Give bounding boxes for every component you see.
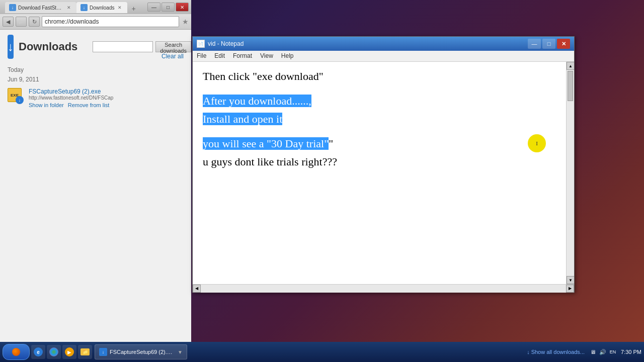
tab-label-faststone: Download FastStone Cap... [18, 5, 63, 11]
file-icon: EXE ↓ [8, 88, 24, 104]
chrome-window: ↓ Download FastStone Cap... ✕ ↓ Download… [0, 0, 191, 362]
notepad-app-icon: 📄 [197, 40, 205, 48]
tab-label-downloads: Downloads [90, 5, 114, 11]
downloads-page-icon: ↓ [8, 35, 14, 59]
download-item: EXE ↓ FSCaptureSetup69 (2).exe http://ww… [8, 85, 184, 111]
taskbar-item-label: FSCaptureSetup69 (2).exe [110, 349, 175, 355]
scrollbar-track [567, 70, 574, 276]
show-downloads-label: Show all downloads... [531, 349, 585, 355]
text-highlighted-2: After you download......, [203, 95, 311, 107]
quicklaunch-folder-icon[interactable]: 📁 [78, 345, 92, 359]
taskbar-time-label: 7:30 PM [621, 349, 641, 355]
text-line-5: u guys dont like trials right??? [203, 155, 556, 169]
taskbar: e ▶ 📁 ↓ FSCaptureSetup69 (2).exe ▼ ↓ Sho… [0, 342, 644, 362]
notepad-content-area: Then click "exe download" After you down… [193, 62, 574, 284]
address-text: chrome://downloads [45, 18, 99, 25]
tab-close-faststone[interactable]: ✕ [65, 4, 72, 11]
scrollbar-down-button[interactable]: ▼ [567, 276, 574, 284]
tab-favicon-faststone: ↓ [9, 4, 16, 11]
tab-favicon-downloads: ↓ [80, 4, 88, 11]
menu-view[interactable]: View [256, 51, 277, 61]
tab-downloads[interactable]: ↓ Downloads ✕ [76, 2, 127, 13]
notepad-minimize-button[interactable]: — [528, 39, 541, 49]
text-highlighted-3: Install and open it [203, 113, 282, 125]
forward-button[interactable]: ▶ [16, 17, 27, 27]
hscroll-track [201, 285, 566, 293]
menu-help[interactable]: Help [277, 51, 298, 61]
text-normal-1: Then click "exe download" [203, 70, 324, 82]
reload-button[interactable]: ↻ [29, 17, 40, 27]
text-normal-5: u guys dont like trials right??? [203, 155, 337, 168]
notepad-menubar: File Edit Format View Help [193, 51, 574, 62]
bookmark-star-icon[interactable]: ★ [182, 18, 189, 26]
downloads-header: ↓ Downloads Search downloads [8, 35, 184, 59]
quicklaunch-ie-icon[interactable]: e [31, 345, 45, 359]
chrome-close-button[interactable]: ✕ [176, 3, 189, 12]
menu-edit[interactable]: Edit [210, 51, 229, 61]
notepad-text[interactable]: Then click "exe download" After you down… [193, 62, 566, 284]
notepad-window-controls: — □ ✕ [528, 39, 570, 49]
chrome-minimize-button[interactable]: — [147, 3, 160, 12]
notepad-window: 📄 vid - Notepad — □ ✕ File Edit Format V… [192, 36, 575, 293]
scrollbar-up-button[interactable]: ▲ [567, 62, 574, 70]
hscroll-right-button[interactable]: ▶ [566, 285, 574, 293]
back-button[interactable]: ◀ [3, 17, 14, 27]
text-line-1: Then click "exe download" [203, 69, 556, 84]
search-button[interactable]: Search downloads [155, 41, 191, 52]
notepad-title: vid - Notepad [208, 40, 525, 47]
cursor-indicator: I [528, 134, 546, 152]
menu-format[interactable]: Format [229, 51, 256, 61]
downloads-title: Downloads [19, 40, 77, 53]
menu-file[interactable]: File [193, 51, 210, 61]
text-line-4: you will see a "30 Day trial"" I [203, 137, 556, 151]
sound-tray-icon[interactable]: 🔊 [599, 348, 607, 356]
remove-from-list-link[interactable]: Remove from list [68, 102, 110, 108]
chrome-maximize-button[interactable]: □ [162, 3, 175, 12]
scrollbar-thumb[interactable] [568, 71, 573, 101]
taskbar-right-area: ↓ Show all downloads... 🖥 🔊 EN 7:30 PM [527, 348, 641, 356]
notepad-maximize-button[interactable]: □ [542, 39, 555, 49]
address-bar[interactable]: chrome://downloads [42, 16, 179, 27]
search-input[interactable] [93, 41, 153, 52]
notepad-scrollbar[interactable]: ▲ ▼ [566, 62, 574, 284]
show-all-downloads[interactable]: ↓ Show all downloads... [527, 349, 585, 355]
tab-faststone[interactable]: ↓ Download FastStone Cap... ✕ [5, 2, 76, 13]
file-icon-overlay: ↓ [16, 96, 24, 104]
text-line-3: Install and open it [203, 112, 556, 127]
text-highlighted-4: you will see a "30 Day trial" [203, 137, 329, 150]
hscroll-left-button[interactable]: ◀ [193, 285, 201, 293]
notepad-footer: ◀ ▶ [193, 284, 574, 292]
taskbar-item-dropdown-icon[interactable]: ▼ [178, 349, 183, 355]
download-filename[interactable]: FSCaptureSetup69 (2).exe [29, 88, 184, 95]
clear-all-link[interactable]: Clear all [162, 53, 184, 60]
system-tray: 🖥 🔊 EN [589, 348, 617, 356]
download-url: http://www.fasttonesoft.net/DN/FSCap [29, 95, 129, 101]
download-info: FSCaptureSetup69 (2).exe http://www.fast… [29, 88, 184, 108]
show-in-folder-link[interactable]: Show in folder [29, 102, 64, 108]
download-actions: Show in folder Remove from list [29, 102, 184, 108]
chrome-window-controls: — □ ✕ [147, 3, 189, 12]
notepad-titlebar: 📄 vid - Notepad — □ ✕ [193, 37, 574, 51]
section-date-label: Jun 9, 2011 [8, 76, 184, 83]
section-today-label: Today [8, 66, 184, 73]
windows-orb-icon [12, 348, 20, 356]
quicklaunch-media-icon[interactable]: ▶ [62, 345, 76, 359]
downloads-page-content: ↓ Downloads Search downloads Clear all T… [0, 30, 191, 362]
downloads-arrow-icon: ↓ [527, 349, 530, 355]
new-tab-button[interactable]: + [129, 4, 138, 13]
start-button[interactable] [3, 344, 30, 360]
taskbar-item-icon: ↓ [99, 348, 107, 356]
quicklaunch-chrome-icon[interactable] [47, 345, 61, 359]
language-tray-icon[interactable]: EN [609, 348, 617, 356]
tab-close-downloads[interactable]: ✕ [116, 4, 123, 11]
taskbar-item-fastcapture[interactable]: ↓ FSCaptureSetup69 (2).exe ▼ [95, 344, 187, 359]
search-area: Search downloads [93, 41, 191, 52]
chrome-toolbar: ◀ ▶ ↻ chrome://downloads ★ [0, 14, 191, 30]
taskbar-clock: 7:30 PM [621, 349, 641, 355]
text-line-2: After you download......, [203, 94, 556, 109]
notepad-close-button[interactable]: ✕ [557, 39, 570, 49]
chrome-titlebar: ↓ Download FastStone Cap... ✕ ↓ Download… [0, 0, 191, 14]
network-tray-icon[interactable]: 🖥 [589, 348, 597, 356]
text-normal-4: " [329, 137, 333, 150]
